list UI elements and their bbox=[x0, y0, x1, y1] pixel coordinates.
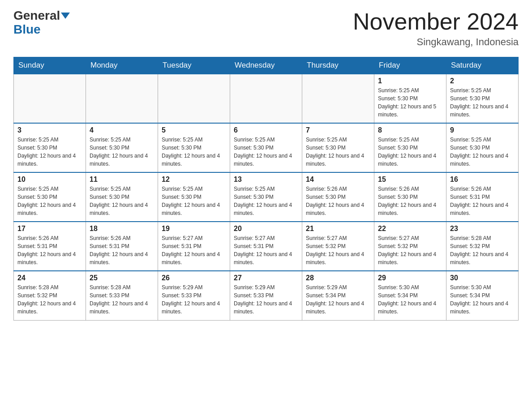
col-sunday: Sunday bbox=[14, 57, 86, 74]
table-row: 21Sunrise: 5:27 AMSunset: 5:32 PMDayligh… bbox=[302, 222, 374, 271]
day-info: Sunrise: 5:29 AMSunset: 5:34 PMDaylight:… bbox=[306, 283, 370, 316]
table-row: 4Sunrise: 5:25 AMSunset: 5:30 PMDaylight… bbox=[86, 123, 158, 172]
col-friday: Friday bbox=[374, 57, 446, 74]
calendar-week-4: 17Sunrise: 5:26 AMSunset: 5:31 PMDayligh… bbox=[14, 222, 519, 271]
day-info: Sunrise: 5:28 AMSunset: 5:32 PMDaylight:… bbox=[450, 234, 515, 266]
day-number: 2 bbox=[450, 77, 515, 85]
table-row: 6Sunrise: 5:25 AMSunset: 5:30 PMDaylight… bbox=[230, 123, 302, 172]
col-monday: Monday bbox=[86, 57, 158, 74]
day-info: Sunrise: 5:25 AMSunset: 5:30 PMDaylight:… bbox=[90, 185, 154, 217]
col-wednesday: Wednesday bbox=[230, 57, 302, 74]
calendar-table: Sunday Monday Tuesday Wednesday Thursday… bbox=[13, 57, 519, 321]
location-label: Singkawang, Indonesia bbox=[353, 36, 519, 48]
table-row: 3Sunrise: 5:25 AMSunset: 5:30 PMDaylight… bbox=[14, 123, 86, 172]
day-info: Sunrise: 5:25 AMSunset: 5:30 PMDaylight:… bbox=[90, 136, 154, 168]
logo-general-text: General bbox=[13, 9, 60, 23]
table-row: 16Sunrise: 5:26 AMSunset: 5:31 PMDayligh… bbox=[446, 172, 519, 222]
table-row: 10Sunrise: 5:25 AMSunset: 5:30 PMDayligh… bbox=[14, 172, 86, 222]
day-info: Sunrise: 5:26 AMSunset: 5:30 PMDaylight:… bbox=[306, 185, 370, 217]
col-saturday: Saturday bbox=[446, 57, 519, 74]
day-info: Sunrise: 5:25 AMSunset: 5:30 PMDaylight:… bbox=[450, 136, 515, 168]
day-number: 26 bbox=[162, 274, 226, 282]
day-info: Sunrise: 5:25 AMSunset: 5:30 PMDaylight:… bbox=[162, 185, 226, 217]
table-row: 22Sunrise: 5:27 AMSunset: 5:32 PMDayligh… bbox=[374, 222, 446, 271]
table-row: 29Sunrise: 5:30 AMSunset: 5:34 PMDayligh… bbox=[374, 271, 446, 320]
day-info: Sunrise: 5:25 AMSunset: 5:30 PMDaylight:… bbox=[378, 86, 442, 119]
day-number: 13 bbox=[234, 176, 298, 184]
day-info: Sunrise: 5:30 AMSunset: 5:34 PMDaylight:… bbox=[450, 283, 515, 316]
day-info: Sunrise: 5:25 AMSunset: 5:30 PMDaylight:… bbox=[378, 136, 442, 168]
table-row: 2Sunrise: 5:25 AMSunset: 5:30 PMDaylight… bbox=[446, 74, 519, 123]
month-title: November 2024 bbox=[353, 9, 519, 34]
table-row: 27Sunrise: 5:29 AMSunset: 5:33 PMDayligh… bbox=[230, 271, 302, 320]
table-row bbox=[230, 74, 302, 123]
day-number: 21 bbox=[306, 225, 370, 233]
table-row: 12Sunrise: 5:25 AMSunset: 5:30 PMDayligh… bbox=[158, 172, 230, 222]
day-number: 22 bbox=[378, 225, 442, 233]
day-info: Sunrise: 5:28 AMSunset: 5:33 PMDaylight:… bbox=[90, 283, 154, 316]
day-number: 15 bbox=[378, 176, 442, 184]
day-number: 30 bbox=[450, 274, 515, 282]
day-info: Sunrise: 5:26 AMSunset: 5:31 PMDaylight:… bbox=[450, 185, 515, 217]
day-number: 25 bbox=[90, 274, 154, 282]
logo-triangle-icon bbox=[61, 13, 70, 19]
table-row: 30Sunrise: 5:30 AMSunset: 5:34 PMDayligh… bbox=[446, 271, 519, 320]
table-row: 18Sunrise: 5:26 AMSunset: 5:31 PMDayligh… bbox=[86, 222, 158, 271]
logo: General Blue bbox=[13, 9, 70, 37]
table-row: 15Sunrise: 5:26 AMSunset: 5:30 PMDayligh… bbox=[374, 172, 446, 222]
day-number: 12 bbox=[162, 176, 226, 184]
day-info: Sunrise: 5:25 AMSunset: 5:30 PMDaylight:… bbox=[306, 136, 370, 168]
table-row: 1Sunrise: 5:25 AMSunset: 5:30 PMDaylight… bbox=[374, 74, 446, 123]
day-number: 18 bbox=[90, 225, 154, 233]
table-row bbox=[86, 74, 158, 123]
table-row: 28Sunrise: 5:29 AMSunset: 5:34 PMDayligh… bbox=[302, 271, 374, 320]
day-info: Sunrise: 5:25 AMSunset: 5:30 PMDaylight:… bbox=[450, 86, 515, 119]
table-row: 24Sunrise: 5:28 AMSunset: 5:32 PMDayligh… bbox=[14, 271, 86, 320]
day-number: 19 bbox=[162, 225, 226, 233]
table-row: 17Sunrise: 5:26 AMSunset: 5:31 PMDayligh… bbox=[14, 222, 86, 271]
col-thursday: Thursday bbox=[302, 57, 374, 74]
day-info: Sunrise: 5:28 AMSunset: 5:32 PMDaylight:… bbox=[17, 283, 82, 316]
day-number: 27 bbox=[234, 274, 298, 282]
day-info: Sunrise: 5:25 AMSunset: 5:30 PMDaylight:… bbox=[162, 136, 226, 168]
calendar-week-3: 10Sunrise: 5:25 AMSunset: 5:30 PMDayligh… bbox=[14, 172, 519, 222]
table-row: 23Sunrise: 5:28 AMSunset: 5:32 PMDayligh… bbox=[446, 222, 519, 271]
day-info: Sunrise: 5:26 AMSunset: 5:31 PMDaylight:… bbox=[90, 234, 154, 266]
day-info: Sunrise: 5:25 AMSunset: 5:30 PMDaylight:… bbox=[234, 185, 298, 217]
title-section: November 2024 Singkawang, Indonesia bbox=[353, 9, 519, 48]
table-row: 8Sunrise: 5:25 AMSunset: 5:30 PMDaylight… bbox=[374, 123, 446, 172]
table-row: 26Sunrise: 5:29 AMSunset: 5:33 PMDayligh… bbox=[158, 271, 230, 320]
day-number: 24 bbox=[17, 274, 82, 282]
table-row: 9Sunrise: 5:25 AMSunset: 5:30 PMDaylight… bbox=[446, 123, 519, 172]
table-row: 20Sunrise: 5:27 AMSunset: 5:31 PMDayligh… bbox=[230, 222, 302, 271]
day-info: Sunrise: 5:25 AMSunset: 5:30 PMDaylight:… bbox=[234, 136, 298, 168]
day-info: Sunrise: 5:29 AMSunset: 5:33 PMDaylight:… bbox=[162, 283, 226, 316]
day-info: Sunrise: 5:26 AMSunset: 5:30 PMDaylight:… bbox=[378, 185, 442, 217]
day-number: 29 bbox=[378, 274, 442, 282]
day-info: Sunrise: 5:27 AMSunset: 5:32 PMDaylight:… bbox=[378, 234, 442, 266]
day-number: 10 bbox=[17, 176, 82, 184]
day-info: Sunrise: 5:25 AMSunset: 5:30 PMDaylight:… bbox=[17, 136, 82, 168]
table-row: 11Sunrise: 5:25 AMSunset: 5:30 PMDayligh… bbox=[86, 172, 158, 222]
day-info: Sunrise: 5:27 AMSunset: 5:32 PMDaylight:… bbox=[306, 234, 370, 266]
day-info: Sunrise: 5:29 AMSunset: 5:33 PMDaylight:… bbox=[234, 283, 298, 316]
col-tuesday: Tuesday bbox=[158, 57, 230, 74]
day-info: Sunrise: 5:30 AMSunset: 5:34 PMDaylight:… bbox=[378, 283, 442, 316]
table-row bbox=[158, 74, 230, 123]
day-info: Sunrise: 5:27 AMSunset: 5:31 PMDaylight:… bbox=[234, 234, 298, 266]
day-number: 4 bbox=[90, 126, 154, 134]
day-info: Sunrise: 5:27 AMSunset: 5:31 PMDaylight:… bbox=[162, 234, 226, 266]
day-number: 8 bbox=[378, 126, 442, 134]
day-number: 17 bbox=[17, 225, 82, 233]
day-number: 23 bbox=[450, 225, 515, 233]
calendar-header-row: Sunday Monday Tuesday Wednesday Thursday… bbox=[14, 57, 519, 74]
table-row: 7Sunrise: 5:25 AMSunset: 5:30 PMDaylight… bbox=[302, 123, 374, 172]
calendar-week-5: 24Sunrise: 5:28 AMSunset: 5:32 PMDayligh… bbox=[14, 271, 519, 320]
day-number: 16 bbox=[450, 176, 515, 184]
day-number: 28 bbox=[306, 274, 370, 282]
calendar-week-1: 1Sunrise: 5:25 AMSunset: 5:30 PMDaylight… bbox=[14, 74, 519, 123]
day-number: 20 bbox=[234, 225, 298, 233]
table-row: 14Sunrise: 5:26 AMSunset: 5:30 PMDayligh… bbox=[302, 172, 374, 222]
table-row bbox=[14, 74, 86, 123]
page-header: General Blue November 2024 Singkawang, I… bbox=[13, 9, 519, 48]
